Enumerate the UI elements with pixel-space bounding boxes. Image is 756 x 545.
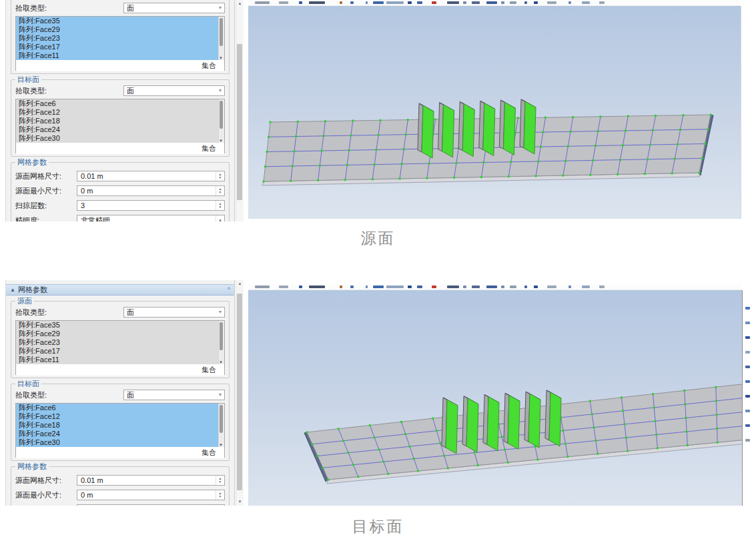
field-label: 源面最小尺寸: [15,186,77,196]
chevron-down-icon: ▾ [219,5,222,11]
pick-type-value: 面 [127,308,134,318]
chevron-down-icon: ▾ [219,88,222,93]
list-scrollbar[interactable]: ▼ [218,17,224,60]
list-item[interactable]: 阵列:Face35 [16,321,224,330]
group-title-target-face: 目标面 [15,75,41,83]
spinner-down-icon[interactable]: ▼ [219,205,222,209]
scroll-down-icon[interactable]: ▼ [219,443,223,447]
scrollbar-thumb[interactable] [220,322,223,350]
list-scrollbar[interactable]: ▼ [218,404,224,447]
field-label: 扫掠层数: [15,505,77,506]
list-item[interactable]: 阵列:Face17 [16,347,224,356]
list-item[interactable]: 阵列:Face18 [16,117,224,125]
list-item[interactable]: 阵列:Face24 [16,430,224,438]
spinner-buttons[interactable]: ▲▼ [216,505,224,506]
group-title-mesh-parameters: 网格参数 [15,158,49,166]
target-face-list[interactable]: 阵列:Face6 阵列:Face12 阵列:Face18 阵列:Face24 阵… [15,99,225,153]
pick-type-value: 面 [127,390,134,400]
list-item[interactable]: 阵列:Face6 [16,99,224,108]
source-mesh-size-input[interactable]: 0.01 m ▲▼ [77,171,225,181]
spinner-down-icon[interactable]: ▼ [219,495,222,498]
panel-scrollbar[interactable]: ▲ [236,0,244,221]
model-canvas[interactable] [248,290,743,506]
list-item[interactable]: 阵列:Face29 [16,25,224,34]
toolbar-sliver [248,0,741,6]
panel-header[interactable]: ▲ 网格参数 ^ [6,284,234,296]
list-item[interactable]: 阵列:Face30 [16,134,224,143]
model-3d-scene[interactable] [248,6,741,219]
scrollbar-thumb[interactable] [237,44,242,200]
sweep-layers-input[interactable]: 3 ▲▼ [77,200,225,211]
list-item[interactable]: 阵列:Face18 [16,421,224,430]
collection-button[interactable]: 集合 [202,448,216,458]
scrollbar-thumb[interactable] [237,294,242,490]
settings-panel: ▲ 网格参数 ^ 源面 拾取类型: 面 ▾ 阵列:Face35 阵列:Face2… [5,280,235,506]
pick-type-dropdown[interactable]: 面 ▾ [123,3,225,13]
list-item[interactable]: 阵列:Face29 [16,330,224,338]
fineness-dropdown[interactable]: 非常精细 ▾ [77,215,225,221]
list-scrollbar[interactable]: ▼ [218,99,224,143]
spinner-buttons[interactable]: ▲▼ [216,186,224,195]
scroll-down-icon[interactable]: ▼ [219,56,223,60]
group-source-face: 拾取类型: 面 ▾ 阵列:Face35 阵列:Face29 阵列:Face23 … [11,0,230,74]
model-3d-scene[interactable] [248,290,742,506]
scrollbar-thumb[interactable] [220,18,223,46]
list-item[interactable]: 阵列:Face24 [16,125,224,134]
collapse-icon[interactable]: ^ [228,287,230,293]
field-value: 0.01 m [81,476,103,484]
spinner-buttons[interactable]: ▲▼ [216,171,224,181]
figure-caption-target: 目标面 [0,516,756,537]
source-min-size-input[interactable]: 0 m ▲▼ [77,490,225,500]
list-item[interactable]: 阵列:Face12 [16,412,224,421]
scroll-down-icon[interactable]: ▼ [219,139,223,143]
scroll-down-icon[interactable]: ▼ [236,498,244,506]
source-min-size-input[interactable]: 0 m ▲▼ [77,185,225,196]
spinner-down-icon[interactable]: ▼ [219,191,222,194]
collection-button[interactable]: 集合 [202,61,216,71]
chevron-down-icon: ▾ [219,392,222,398]
pick-type-dropdown[interactable]: 面 ▾ [123,307,225,318]
panel-scrollbar[interactable]: ▲ ▼ [236,280,244,506]
group-source-face: 源面 拾取类型: 面 ▾ 阵列:Face35 阵列:Face29 阵列:Face… [11,301,230,378]
spinner-buttons[interactable]: ▲▼ [216,490,224,500]
list-item[interactable]: 阵列:Face11 [16,356,224,364]
source-face-list[interactable]: 阵列:Face35 阵列:Face29 阵列:Face23 阵列:Face17 … [15,16,225,71]
pick-type-value: 面 [127,3,134,13]
target-face-list[interactable]: 阵列:Face6 阵列:Face12 阵列:Face18 阵列:Face24 阵… [15,403,225,458]
pick-type-dropdown[interactable]: 面 ▾ [123,85,225,96]
scroll-up-icon[interactable]: ▲ [236,280,244,288]
pick-type-label: 拾取类型: [15,308,123,318]
group-mesh-parameters: 网格参数 源面网格尺寸: 0.01 m ▲▼ 源面最小尺寸: 0 m ▲▼ 扫掠… [11,466,230,506]
scroll-up-icon[interactable]: ▲ [236,0,244,7]
group-title-mesh-parameters: 网格参数 [15,462,49,470]
source-mesh-size-input[interactable]: 0.01 m ▲▼ [77,475,225,486]
sweep-layers-input[interactable]: 3 ▲▼ [77,504,225,506]
list-item[interactable]: 阵列:Face11 [16,51,224,60]
list-scrollbar[interactable]: ▼ [218,321,224,364]
group-target-face: 目标面 拾取类型: 面 ▾ 阵列:Face6 阵列:Face12 阵列:Face… [11,384,230,461]
list-item[interactable]: 阵列:Face23 [16,338,224,347]
spinner-buttons[interactable]: ▲▼ [216,201,224,210]
scrollbar-thumb[interactable] [220,101,223,129]
pick-type-label: 拾取类型: [15,390,123,400]
field-value: 非常精细 [81,215,110,222]
spinner-down-icon[interactable]: ▼ [219,176,222,179]
chevron-down-icon: ▾ [216,215,224,221]
figure-caption-source: 源面 [0,228,756,249]
list-item[interactable]: 阵列:Face12 [16,108,224,117]
list-item[interactable]: 阵列:Face23 [16,34,224,43]
scrollbar-thumb[interactable] [220,405,223,433]
scroll-down-icon[interactable]: ▼ [219,360,223,364]
list-item[interactable]: 阵列:Face17 [16,43,224,51]
collection-button[interactable]: 集合 [202,365,216,375]
model-canvas[interactable] [248,6,741,219]
field-value: 3 [81,201,85,209]
pick-type-dropdown[interactable]: 面 ▾ [123,390,225,400]
spinner-buttons[interactable]: ▲▼ [216,476,224,485]
collection-button[interactable]: 集合 [202,143,216,153]
spinner-down-icon[interactable]: ▼ [219,480,222,484]
source-face-list[interactable]: 阵列:Face35 阵列:Face29 阵列:Face23 阵列:Face17 … [15,320,225,375]
list-item[interactable]: 阵列:Face35 [16,17,224,25]
list-item[interactable]: 阵列:Face6 [16,404,224,412]
list-item[interactable]: 阵列:Face30 [16,438,224,447]
